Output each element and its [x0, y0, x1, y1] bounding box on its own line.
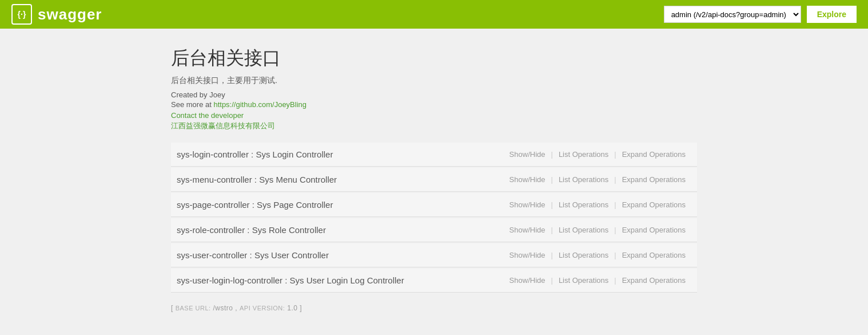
controller-name-sys-menu-controller: sys-menu-controller : Sys Menu Controlle… — [177, 175, 337, 184]
controller-actions-sys-login-controller: Show/Hide | List Operations | Expand Ope… — [504, 150, 691, 159]
list-ops-sys-page-controller[interactable]: List Operations — [553, 200, 614, 209]
controller-row: sys-role-controller : Sys Role Controlle… — [171, 218, 697, 242]
show-hide-sys-menu-controller[interactable]: Show/Hide — [504, 175, 551, 184]
header-title: swagger — [38, 6, 102, 23]
expand-ops-sys-login-controller[interactable]: Expand Operations — [616, 150, 691, 159]
show-hide-sys-login-controller[interactable]: Show/Hide — [504, 150, 551, 159]
api-version-label: API VERSION: — [240, 305, 285, 312]
controller-name-sys-login-controller: sys-login-controller : Sys Login Control… — [177, 149, 333, 159]
controller-row: sys-page-controller : Sys Page Controlle… — [171, 193, 697, 217]
controller-name-sys-user-login-log-controller: sys-user-login-log-controller : Sys User… — [177, 275, 404, 285]
list-ops-sys-user-controller[interactable]: List Operations — [553, 251, 614, 259]
company-link[interactable]: 江西益强微赢信息科技有限公司 — [171, 121, 697, 131]
controller-row: sys-user-login-log-controller : Sys User… — [171, 269, 697, 293]
expand-ops-sys-role-controller[interactable]: Expand Operations — [616, 226, 691, 234]
controller-actions-sys-page-controller: Show/Hide | List Operations | Expand Ope… — [504, 200, 691, 209]
list-ops-sys-menu-controller[interactable]: List Operations — [553, 175, 614, 184]
list-ops-sys-role-controller[interactable]: List Operations — [553, 226, 614, 234]
show-hide-sys-page-controller[interactable]: Show/Hide — [504, 200, 551, 209]
created-by: Created by Joey — [171, 90, 697, 99]
api-version-value: 1.0 — [287, 304, 297, 312]
header-right: admin (/v2/api-docs?group=admin) Explore — [664, 6, 857, 23]
contact-link[interactable]: Contact the developer — [171, 111, 697, 120]
base-url-section: [ Base URL: /wstro , API VERSION: 1.0 ] — [171, 304, 697, 312]
show-hide-sys-user-login-log-controller[interactable]: Show/Hide — [504, 276, 551, 285]
expand-ops-sys-menu-controller[interactable]: Expand Operations — [616, 175, 691, 184]
swagger-logo-icon: {·} — [11, 4, 32, 25]
controller-row: sys-login-controller : Sys Login Control… — [171, 143, 697, 167]
controller-actions-sys-menu-controller: Show/Hide | List Operations | Expand Ope… — [504, 175, 691, 184]
header-left: {·} swagger — [11, 4, 102, 25]
show-hide-sys-user-controller[interactable]: Show/Hide — [504, 251, 551, 259]
header: {·} swagger admin (/v2/api-docs?group=ad… — [0, 0, 868, 29]
controller-name-sys-user-controller: sys-user-controller : Sys User Controlle… — [177, 250, 329, 260]
explore-button[interactable]: Explore — [807, 6, 857, 23]
controller-row: sys-menu-controller : Sys Menu Controlle… — [171, 168, 697, 192]
page-title: 后台相关接口 — [171, 46, 697, 71]
controller-name-sys-page-controller: sys-page-controller : Sys Page Controlle… — [177, 200, 333, 210]
api-selector[interactable]: admin (/v2/api-docs?group=admin) — [664, 6, 801, 23]
see-more: See more at https://github.com/JoeyBling — [171, 100, 697, 109]
controller-actions-sys-role-controller: Show/Hide | List Operations | Expand Ope… — [504, 226, 691, 234]
list-ops-sys-user-login-log-controller[interactable]: List Operations — [553, 276, 614, 285]
controller-actions-sys-user-login-log-controller: Show/Hide | List Operations | Expand Ope… — [504, 276, 691, 285]
controller-row: sys-user-controller : Sys User Controlle… — [171, 243, 697, 267]
page-description: 后台相关接口，主要用于测试. — [171, 76, 697, 86]
controllers-list: sys-login-controller : Sys Login Control… — [171, 143, 697, 293]
see-more-prefix: See more at — [171, 100, 213, 109]
see-more-link[interactable]: https://github.com/JoeyBling — [213, 100, 306, 109]
expand-ops-sys-user-login-log-controller[interactable]: Expand Operations — [616, 276, 691, 285]
expand-ops-sys-page-controller[interactable]: Expand Operations — [616, 200, 691, 209]
expand-ops-sys-user-controller[interactable]: Expand Operations — [616, 251, 691, 259]
controller-name-sys-role-controller: sys-role-controller : Sys Role Controlle… — [177, 225, 326, 235]
base-url-label: Base URL: — [176, 305, 211, 312]
list-ops-sys-login-controller[interactable]: List Operations — [553, 150, 614, 159]
base-url-value: /wstro — [213, 304, 233, 312]
show-hide-sys-role-controller[interactable]: Show/Hide — [504, 226, 551, 234]
main-content: 后台相关接口 后台相关接口，主要用于测试. Created by Joey Se… — [160, 29, 708, 324]
controller-actions-sys-user-controller: Show/Hide | List Operations | Expand Ope… — [504, 251, 691, 259]
